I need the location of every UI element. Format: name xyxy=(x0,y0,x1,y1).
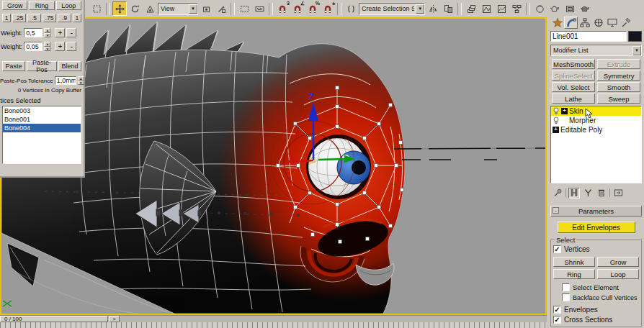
modifier-list-label: Modifier List xyxy=(553,47,589,54)
rendered-frame-icon[interactable] xyxy=(563,1,577,16)
time-slider-handle[interactable]: 0 / 100 xyxy=(0,316,108,322)
expand-icon[interactable]: + xyxy=(561,108,568,114)
align-icon[interactable] xyxy=(441,1,455,16)
weight-preset-button[interactable]: .75 xyxy=(43,14,56,22)
remove-modifier-icon[interactable] xyxy=(596,188,607,199)
list-item-selected[interactable]: Bone004 xyxy=(3,124,81,132)
splineselect-button[interactable]: SplineSelect xyxy=(552,70,595,81)
expand-icon[interactable]: + xyxy=(553,127,559,133)
curve-editor-icon[interactable] xyxy=(494,1,509,16)
grow-button[interactable]: Grow xyxy=(2,1,27,10)
subtract-weight-button[interactable]: - xyxy=(66,28,76,37)
render-production-icon[interactable] xyxy=(578,1,592,16)
stack-item-editable-poly[interactable]: + Editable Poly xyxy=(551,125,641,135)
select-element-checkbox[interactable] xyxy=(562,283,570,291)
set-weight-field[interactable]: 0,5 xyxy=(24,28,43,37)
snap-toggle-3d-icon[interactable]: 3 xyxy=(275,1,290,16)
pin-stack-icon[interactable] xyxy=(552,188,563,199)
configure-modifier-sets-icon[interactable] xyxy=(612,188,624,199)
selection-region-icon[interactable] xyxy=(237,1,251,16)
track-bar[interactable] xyxy=(0,322,547,328)
weight-preset-button[interactable]: .25 xyxy=(12,14,26,22)
backface-cull-checkbox[interactable] xyxy=(562,293,570,301)
toolbar-separator xyxy=(269,3,273,15)
selected-bones-list[interactable]: Bone003 Bone001 Bone004 xyxy=(2,106,81,164)
weight-preset-button[interactable]: .9 xyxy=(58,14,71,22)
paste-button[interactable]: Paste xyxy=(2,61,25,71)
loop-select-button[interactable]: Loop xyxy=(597,269,639,279)
select-and-manipulate-icon[interactable] xyxy=(214,1,228,16)
list-item[interactable]: Bone003 xyxy=(3,106,81,115)
lightbulb-icon[interactable] xyxy=(553,107,560,115)
smooth-button[interactable]: Smooth xyxy=(597,82,640,92)
shrink-button[interactable]: Shrink xyxy=(553,257,595,267)
loop-button[interactable]: Loop xyxy=(56,1,81,10)
angle-snap-icon[interactable]: ∠ xyxy=(290,1,305,16)
lathe-button[interactable]: Lathe xyxy=(552,94,595,104)
cross-sections-checkbox[interactable]: ✓ xyxy=(553,316,561,324)
percent-snap-icon[interactable]: % xyxy=(305,1,320,16)
modifier-list-dropdown[interactable]: Modifier List ▼ xyxy=(550,45,642,56)
weight-preset-button[interactable]: .5 xyxy=(27,14,41,22)
meshsmooth-button[interactable]: MeshSmooth xyxy=(552,59,595,69)
use-pivot-center-icon[interactable] xyxy=(199,1,213,16)
named-selection-sets-icon[interactable] xyxy=(344,1,358,16)
vertices-checkbox[interactable]: ✓ xyxy=(553,245,561,253)
show-end-result-icon[interactable] xyxy=(568,188,580,199)
object-name-field[interactable]: Line001 xyxy=(550,31,627,42)
tab-motion[interactable] xyxy=(591,17,605,29)
spinner-snap-icon[interactable]: ± xyxy=(321,1,335,16)
stack-item-label: Skin xyxy=(569,107,583,115)
ring-button[interactable]: Ring xyxy=(29,1,54,10)
tab-hierarchy[interactable] xyxy=(578,17,591,29)
symmetry-button[interactable]: Symmetry xyxy=(597,70,640,81)
grow-select-button[interactable]: Grow xyxy=(597,257,639,267)
scale-weight-field[interactable]: 0,05 xyxy=(24,42,43,51)
select-and-move-icon[interactable] xyxy=(112,1,127,16)
envelopes-checkbox[interactable]: ✓ xyxy=(553,306,561,314)
render-setup-icon[interactable] xyxy=(547,1,562,16)
mirror-icon[interactable] xyxy=(426,1,440,16)
weight-preset-button[interactable]: 1 xyxy=(73,14,81,22)
lightbulb-icon[interactable] xyxy=(553,117,560,124)
stack-item-skin[interactable]: + Skin xyxy=(551,106,641,116)
stack-item-morpher[interactable]: Morpher xyxy=(551,116,641,125)
tab-modify[interactable] xyxy=(564,17,578,29)
keyboard-override-icon[interactable] xyxy=(252,1,267,16)
tab-display[interactable] xyxy=(605,17,619,29)
list-item[interactable]: Bone001 xyxy=(3,115,81,124)
set-weight-spinner[interactable]: ▲▼ xyxy=(44,28,50,37)
next-frame-button[interactable]: > xyxy=(109,316,120,322)
selection-set-dropdown[interactable]: Create Selection S ▼ xyxy=(359,3,425,15)
tolerance-spinner[interactable]: ▲▼ xyxy=(78,76,84,85)
graph-editors-icon[interactable] xyxy=(479,1,493,16)
scale-weight-spinner[interactable]: ▲▼ xyxy=(44,42,50,51)
subtract-weight2-button[interactable]: - xyxy=(66,42,76,51)
schematic-view-icon[interactable] xyxy=(509,1,524,16)
add-weight-button[interactable]: + xyxy=(55,28,65,37)
paste-pos-button[interactable]: Paste-Pos xyxy=(27,61,57,71)
layer-manager-icon[interactable] xyxy=(464,1,478,16)
paste-pos-tolerance-field[interactable]: 1,0mm xyxy=(55,76,76,85)
time-slider-track[interactable]: 0 / 100 > xyxy=(0,315,547,322)
collapse-icon[interactable]: - xyxy=(553,207,559,214)
tab-utilities[interactable] xyxy=(619,17,632,29)
add-weight2-button[interactable]: + xyxy=(55,42,65,51)
weight-preset-button[interactable]: 1 xyxy=(2,14,11,22)
blend-button[interactable]: Blend xyxy=(58,61,81,71)
make-unique-icon[interactable] xyxy=(582,188,594,199)
edit-envelopes-button[interactable]: Edit Envelopes xyxy=(558,222,635,233)
vol-select-button[interactable]: Vol. Select xyxy=(552,82,595,92)
select-and-rotate-icon[interactable] xyxy=(128,1,142,16)
ring-select-button[interactable]: Ring xyxy=(553,269,595,279)
object-color-swatch[interactable] xyxy=(628,31,642,42)
material-editor-icon[interactable] xyxy=(532,1,547,16)
parameters-rollout-header[interactable]: - Parameters xyxy=(550,206,642,217)
tab-create[interactable] xyxy=(550,17,564,29)
stack-item-label: Editable Poly xyxy=(560,126,602,134)
sweep-button[interactable]: Sweep xyxy=(597,94,640,104)
reference-coordinate-dropdown[interactable]: View ▼ xyxy=(158,3,198,15)
select-object-icon[interactable] xyxy=(89,1,104,16)
select-and-scale-icon[interactable] xyxy=(143,1,157,16)
extrude-button[interactable]: Extrude xyxy=(597,59,640,69)
